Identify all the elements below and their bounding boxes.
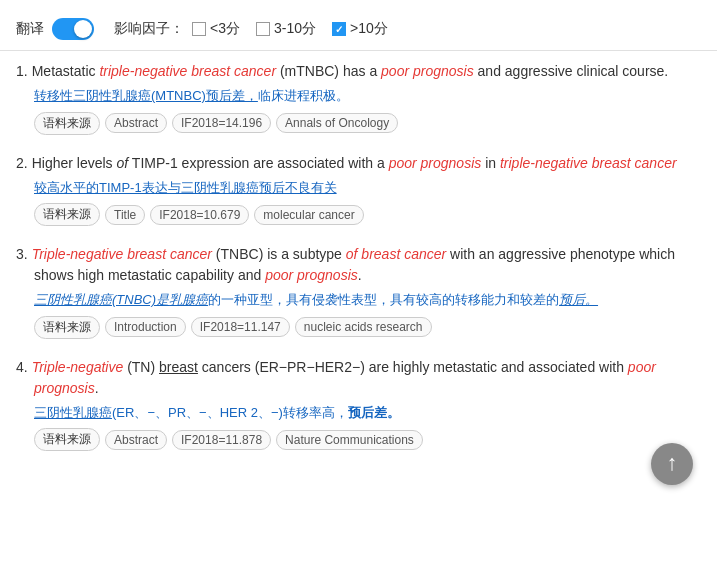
impact-filter-section: 影响因子： <3分 3-10分 >10分 [114, 20, 388, 38]
result-zh-text: 三阴性乳腺癌(TNBC)是乳腺癌的一种亚型，具有侵袭性表型，具有较高的转移能力和… [34, 290, 701, 310]
number: 2. [16, 155, 28, 171]
zh-underline: 较高水平的TIMP-1表达与三阴性乳腺癌预后不良有关 [34, 180, 337, 195]
tags-row: 语料来源 Introduction IF2018=11.147 nucleic … [34, 316, 701, 339]
result-zh-text: 较高水平的TIMP-1表达与三阴性乳腺癌预后不良有关 [34, 178, 701, 198]
toggle-track [52, 18, 94, 40]
result-body: 4.Triple-negative (TN) breast cancers (E… [16, 357, 701, 452]
translate-toggle[interactable] [52, 18, 94, 40]
result-item: 2.Higher levels of TIMP-1 expression are… [16, 153, 701, 227]
result-item: 1.Metastatic triple-negative breast canc… [16, 61, 701, 135]
result-body: 2.Higher levels of TIMP-1 expression are… [16, 153, 701, 227]
highlighted-term: poor prognosis [389, 155, 482, 171]
tag-journal[interactable]: nucleic acids research [295, 317, 432, 337]
filter-3to10-checkbox[interactable] [256, 22, 270, 36]
tag-abstract[interactable]: Abstract [105, 430, 167, 450]
scroll-top-arrow-icon: ↑ [667, 452, 678, 474]
tag-abstract[interactable]: Abstract [105, 113, 167, 133]
filter-gt10-label: >10分 [350, 20, 388, 38]
tag-if[interactable]: IF2018=11.147 [191, 317, 290, 337]
tags-row: 语料来源 Abstract IF2018=14.196 Annals of On… [34, 112, 701, 135]
impact-label: 影响因子： [114, 20, 184, 38]
toolbar: 翻译 影响因子： <3分 3-10分 >10分 [0, 10, 717, 51]
result-en-text: 2.Higher levels of TIMP-1 expression are… [34, 153, 701, 174]
tag-journal[interactable]: Nature Communications [276, 430, 423, 450]
tag-journal[interactable]: Annals of Oncology [276, 113, 398, 133]
result-item: 3.Triple-negative breast cancer (TNBC) i… [16, 244, 701, 339]
zh-underline-italic: 乳腺癌 [169, 292, 208, 307]
results-content: 1.Metastatic triple-negative breast canc… [0, 61, 717, 451]
zh-underline-italic: 三阴性乳腺癌(TNBC)是 [34, 292, 169, 307]
tag-source[interactable]: 语料来源 [34, 203, 100, 226]
number: 4. [16, 359, 28, 375]
filter-group: <3分 3-10分 >10分 [192, 20, 388, 38]
toggle-knob [74, 20, 92, 38]
underline-breast: breast [159, 359, 198, 375]
tag-intro[interactable]: Introduction [105, 317, 186, 337]
zh-bold: 预后差。 [348, 405, 400, 420]
translate-label: 翻译 [16, 20, 44, 38]
zh-underline: 转移性三阴性乳腺癌(MTNBC)预后差， [34, 88, 258, 103]
result-body: 1.Metastatic triple-negative breast canc… [16, 61, 701, 135]
result-en-text: 4.Triple-negative (TN) breast cancers (E… [34, 357, 701, 399]
highlighted-term: triple-negative breast cancer [99, 63, 276, 79]
tag-if[interactable]: IF2018=11.878 [172, 430, 271, 450]
highlighted-term: poor prognosis [381, 63, 474, 79]
number: 1. [16, 63, 28, 79]
tag-source[interactable]: 语料来源 [34, 112, 100, 135]
filter-gt10[interactable]: >10分 [332, 20, 388, 38]
zh-underline: 三阴性乳腺癌 [34, 405, 112, 420]
filter-lt3-checkbox[interactable] [192, 22, 206, 36]
filter-3to10[interactable]: 3-10分 [256, 20, 316, 38]
italic-of: of [117, 155, 129, 171]
tag-title[interactable]: Title [105, 205, 145, 225]
result-zh-text: 转移性三阴性乳腺癌(MTNBC)预后差，临床进程积极。 [34, 86, 701, 106]
highlighted-term: of breast cancer [346, 246, 446, 262]
zh-underline-italic: 预后。 [559, 292, 598, 307]
tag-if[interactable]: IF2018=14.196 [172, 113, 271, 133]
highlighted-term: poor prognosis [34, 359, 656, 396]
filter-gt10-checkbox[interactable] [332, 22, 346, 36]
tag-source[interactable]: 语料来源 [34, 428, 100, 451]
tag-journal[interactable]: molecular cancer [254, 205, 363, 225]
scroll-to-top-button[interactable]: ↑ [651, 443, 693, 485]
highlighted-term: poor prognosis [265, 267, 358, 283]
translate-section: 翻译 [16, 18, 94, 40]
tag-source[interactable]: 语料来源 [34, 316, 100, 339]
tags-row: 语料来源 Abstract IF2018=11.878 Nature Commu… [34, 428, 701, 451]
result-en-text: 1.Metastatic triple-negative breast canc… [34, 61, 701, 82]
highlighted-term: triple-negative breast cancer [500, 155, 677, 171]
result-body: 3.Triple-negative breast cancer (TNBC) i… [16, 244, 701, 339]
result-item: 4.Triple-negative (TN) breast cancers (E… [16, 357, 701, 452]
filter-lt3[interactable]: <3分 [192, 20, 240, 38]
filter-lt3-label: <3分 [210, 20, 240, 38]
tags-row: 语料来源 Title IF2018=10.679 molecular cance… [34, 203, 701, 226]
number: 3. [16, 246, 28, 262]
result-zh-text: 三阴性乳腺癌(ER、−、PR、−、HER 2、−)转移率高，预后差。 [34, 403, 701, 423]
highlighted-term: Triple-negative [32, 359, 124, 375]
tag-if[interactable]: IF2018=10.679 [150, 205, 249, 225]
result-en-text: 3.Triple-negative breast cancer (TNBC) i… [34, 244, 701, 286]
highlighted-term: Triple-negative breast cancer [32, 246, 212, 262]
filter-3to10-label: 3-10分 [274, 20, 316, 38]
